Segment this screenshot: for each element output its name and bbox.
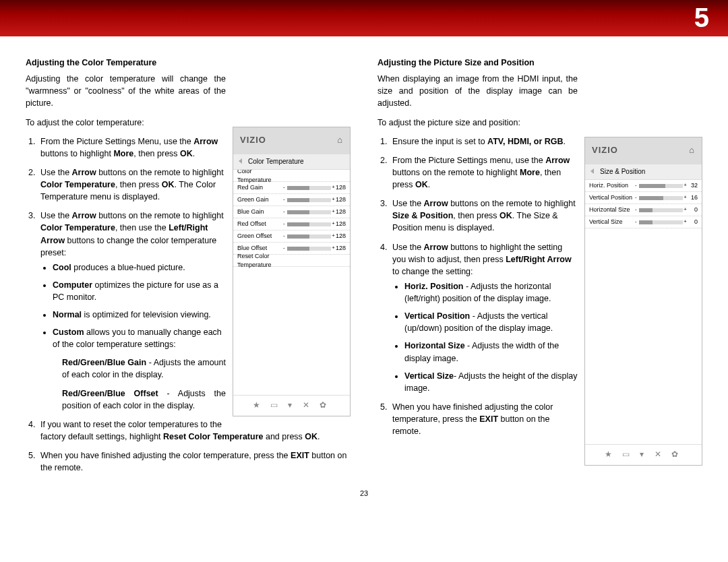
- osd1-brand-bar: VIZIO ⌂: [233, 127, 350, 154]
- osd2-brand-bar: VIZIO ⌂: [585, 137, 702, 164]
- osd-row: Green Gain128: [233, 194, 350, 206]
- page-number: 23: [0, 481, 728, 497]
- left-column: Adjusting the Color Temperature VIZIO ⌂ …: [26, 57, 351, 481]
- osd-row: Reset Color Temperature: [233, 255, 350, 267]
- right-lead: To adjust the picture size and position:: [377, 117, 702, 129]
- osd-row: Red Gain128: [233, 182, 350, 194]
- left-intro: Adjusting the color temperature will cha…: [26, 73, 351, 109]
- header-bar: 5: [0, 0, 728, 36]
- osd-row: Horizontal Size0: [585, 204, 702, 216]
- osd-row: Vertical Position16: [585, 192, 702, 204]
- home-icon: ⌂: [337, 134, 343, 147]
- osd-color-temperature: VIZIO ⌂ Color Temperature Color Temperat…: [233, 127, 351, 416]
- osd-row: Red Offset128: [233, 218, 350, 230]
- osd1-brand: VIZIO: [240, 135, 266, 145]
- home-icon: ⌂: [689, 144, 695, 157]
- chapter-number: 5: [694, 3, 709, 33]
- right-column: Adjusting the Picture Size and Position …: [377, 57, 702, 481]
- osd-row: Blue Gain128: [233, 206, 350, 218]
- osd2-bottom-icons: ★ ▭ ▾ ✕ ✿: [585, 444, 702, 464]
- osd1-rows: Color TemperatureNormalRed Gain128Green …: [233, 170, 350, 267]
- left-heading: Adjusting the Color Temperature: [26, 57, 351, 69]
- osd2-brand: VIZIO: [592, 145, 618, 155]
- osd2-rows: Horiz. Position32Vertical Position16Hori…: [585, 180, 702, 228]
- right-intro: When displaying an image from the HDMI i…: [377, 73, 702, 109]
- page-content: Adjusting the Color Temperature VIZIO ⌂ …: [0, 36, 728, 481]
- osd-size-position: VIZIO ⌂ Size & Position Horiz. Position3…: [584, 137, 702, 466]
- right-heading: Adjusting the Picture Size and Position: [377, 57, 702, 69]
- osd-row: Color TemperatureNormal: [233, 170, 350, 182]
- osd-row: Horiz. Position32: [585, 180, 702, 192]
- left-step-5: When you have finished adjusting the col…: [38, 449, 351, 474]
- osd-row: Vertical Size0: [585, 216, 702, 228]
- osd-row: Green Offset128: [233, 230, 350, 243]
- osd1-title: Color Temperature: [233, 154, 350, 170]
- osd1-bottom-icons: ★ ▭ ▾ ✕ ✿: [233, 395, 350, 415]
- osd2-title: Size & Position: [585, 164, 702, 181]
- left-step-4: If you want to reset the color temperatu…: [38, 418, 351, 443]
